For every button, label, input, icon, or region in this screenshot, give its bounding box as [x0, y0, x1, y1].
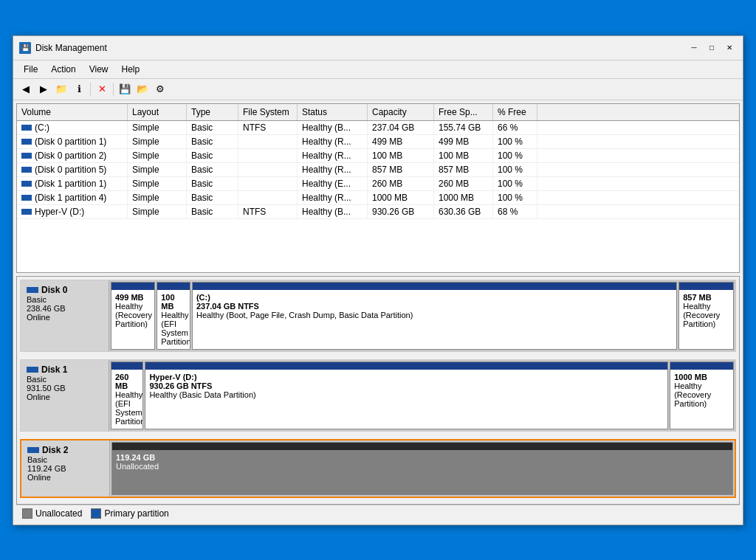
- disk-name-2: Disk 2: [27, 445, 103, 455]
- table-row[interactable]: (C:) Simple Basic NTFS Healthy (B... 237…: [17, 121, 739, 135]
- col-header-fs[interactable]: File System: [238, 104, 298, 120]
- disk-partitions-0: 499 MB Healthy (Recovery Partition) 100 …: [109, 280, 735, 351]
- disk-status-1: Online: [27, 393, 103, 401]
- partition-0-2[interactable]: (C:) 237.04 GB NTFS Healthy (Boot, Page …: [192, 282, 677, 350]
- table-row[interactable]: Hyper-V (D:) Simple Basic NTFS Healthy (…: [17, 205, 739, 219]
- cell-layout: Simple: [128, 177, 187, 190]
- partition-0-0[interactable]: 499 MB Healthy (Recovery Partition): [111, 282, 155, 350]
- menu-file[interactable]: File: [18, 62, 44, 77]
- disk-name-0: Disk 0: [27, 285, 103, 295]
- table-row[interactable]: (Disk 0 partition 1) Simple Basic Health…: [17, 135, 739, 149]
- menu-view[interactable]: View: [83, 62, 114, 77]
- menu-action[interactable]: Action: [45, 62, 81, 77]
- toolbar-btn-folder[interactable]: 📁: [53, 81, 69, 97]
- toolbar-btn-save[interactable]: 💾: [117, 81, 133, 97]
- partition-size: 237.04 GB NTFS: [196, 302, 673, 311]
- partition-2-0[interactable]: 119.24 GB Unallocated: [111, 442, 733, 495]
- partition-header: [112, 443, 732, 450]
- partition-body: (C:) 237.04 GB NTFS Healthy (Boot, Page …: [193, 290, 676, 349]
- cell-volume: Hyper-V (D:): [17, 205, 128, 218]
- cell-freesp: 857 MB: [434, 163, 493, 176]
- partition-body: 499 MB Healthy (Recovery Partition): [111, 290, 154, 349]
- partition-header: [670, 362, 733, 370]
- cell-type: Basic: [187, 121, 238, 134]
- cell-type: Basic: [187, 191, 238, 204]
- disk-partitions-1: 260 MB Healthy (EFI System Partition) Hy…: [109, 360, 735, 431]
- title-bar: 💾 Disk Management ─ □ ✕: [13, 36, 743, 61]
- cell-status: Healthy (R...: [298, 135, 368, 148]
- cell-status: Healthy (R...: [298, 149, 368, 162]
- cell-type: Basic: [187, 163, 238, 176]
- partition-size: 119.24 GB: [116, 453, 729, 462]
- col-header-status[interactable]: Status: [298, 104, 368, 120]
- partition-detail: Healthy (EFI System Partition): [115, 390, 139, 426]
- col-header-type[interactable]: Type: [187, 104, 238, 120]
- cell-capacity: 237.04 GB: [368, 121, 434, 134]
- partition-body: 119.24 GB Unallocated: [112, 450, 732, 494]
- partition-detail: Healthy (Basic Data Partition): [149, 390, 664, 399]
- table-row[interactable]: (Disk 0 partition 5) Simple Basic Health…: [17, 163, 739, 177]
- cell-freesp: 499 MB: [434, 135, 493, 148]
- partition-size: 857 MB: [683, 293, 729, 302]
- cell-fs: [238, 135, 298, 148]
- cell-pctfree: 68 %: [493, 205, 537, 218]
- disk-label-2: Disk 2 Basic 119.24 GB Online: [21, 440, 110, 497]
- cell-volume: (Disk 0 partition 1): [17, 135, 128, 148]
- legend-primary: Primary partition: [91, 508, 168, 519]
- back-button[interactable]: ◀: [18, 81, 34, 97]
- disk-map: Disk 0 Basic 238.46 GB Online 499 MB Hea…: [16, 276, 740, 505]
- toolbar-btn-delete[interactable]: ✕: [94, 81, 110, 97]
- cell-volume: (Disk 1 partition 4): [17, 191, 128, 204]
- toolbar: ◀ ▶ 📁 ℹ ✕ 💾 📂 ⚙: [13, 79, 743, 100]
- col-header-layout[interactable]: Layout: [128, 104, 187, 120]
- partition-header: [145, 362, 667, 370]
- cell-status: Healthy (B...: [298, 205, 368, 218]
- partition-size: 100 MB: [161, 293, 186, 311]
- toolbar-btn-info[interactable]: ℹ: [71, 81, 87, 97]
- table-row[interactable]: (Disk 1 partition 4) Simple Basic Health…: [17, 191, 739, 205]
- partition-0-1[interactable]: 100 MB Healthy (EFI System Partition): [157, 282, 190, 350]
- disk-row-0[interactable]: Disk 0 Basic 238.46 GB Online 499 MB Hea…: [20, 280, 736, 352]
- legend-label-unallocated: Unallocated: [35, 508, 82, 519]
- toolbar-sep-1: [90, 83, 91, 96]
- partition-label: (C:): [196, 293, 673, 302]
- disk-row-2[interactable]: Disk 2 Basic 119.24 GB Online 119.24 GB …: [20, 439, 736, 498]
- partition-1-1[interactable]: Hyper-V (D:) 930.26 GB NTFS Healthy (Bas…: [145, 362, 668, 429]
- minimize-button[interactable]: ─: [687, 41, 701, 55]
- cell-capacity: 857 MB: [368, 163, 434, 176]
- maximize-button[interactable]: □: [704, 41, 719, 55]
- cell-type: Basic: [187, 205, 238, 218]
- toolbar-btn-open[interactable]: 📂: [134, 81, 151, 97]
- disk-label-1: Disk 1 Basic 931.50 GB Online: [21, 360, 109, 431]
- table-row[interactable]: (Disk 1 partition 1) Simple Basic Health…: [17, 177, 739, 191]
- main-window: 💾 Disk Management ─ □ ✕ File Action View…: [13, 35, 743, 525]
- toolbar-sep-2: [113, 83, 114, 96]
- cell-pctfree: 100 %: [493, 177, 537, 190]
- cell-pctfree: 100 %: [493, 149, 537, 162]
- app-icon: 💾: [19, 42, 31, 54]
- partition-1-0[interactable]: 260 MB Healthy (EFI System Partition): [111, 362, 143, 429]
- disk-size-1: 931.50 GB: [27, 384, 103, 393]
- partition-header: [679, 283, 733, 290]
- col-header-volume[interactable]: Volume: [17, 104, 128, 120]
- table-row[interactable]: (Disk 0 partition 2) Simple Basic Health…: [17, 149, 739, 163]
- close-button[interactable]: ✕: [722, 41, 737, 55]
- col-header-pctfree[interactable]: % Free: [493, 104, 537, 120]
- cell-status: Healthy (R...: [298, 163, 368, 176]
- cell-status: Healthy (E...: [298, 177, 368, 190]
- partition-header: [111, 362, 142, 370]
- partition-body: Hyper-V (D:) 930.26 GB NTFS Healthy (Bas…: [145, 370, 667, 429]
- forward-button[interactable]: ▶: [35, 81, 52, 97]
- disk-table: Volume Layout Type File System Status Ca…: [16, 103, 740, 273]
- title-bar-left: 💾 Disk Management: [19, 42, 107, 54]
- menu-help[interactable]: Help: [116, 62, 146, 77]
- partition-0-3[interactable]: 857 MB Healthy (Recovery Partition): [678, 282, 734, 350]
- partition-detail: Healthy (Recovery Partition): [115, 302, 151, 328]
- col-header-capacity[interactable]: Capacity: [368, 104, 434, 120]
- col-header-freesp[interactable]: Free Sp...: [434, 104, 493, 120]
- cell-fs: [238, 191, 298, 204]
- cell-pctfree: 66 %: [493, 121, 537, 134]
- disk-row-1[interactable]: Disk 1 Basic 931.50 GB Online 260 MB Hea…: [20, 359, 736, 432]
- partition-1-2[interactable]: 1000 MB Healthy (Recovery Partition): [670, 362, 734, 429]
- toolbar-btn-settings[interactable]: ⚙: [152, 81, 168, 97]
